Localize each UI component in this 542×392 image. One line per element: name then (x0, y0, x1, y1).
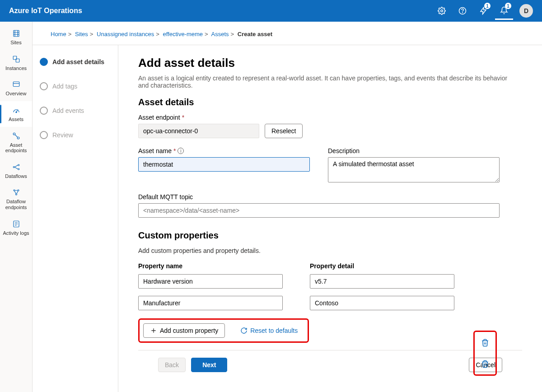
feedback-icon[interactable]: 1 (474, 2, 492, 20)
mqtt-label: Default MQTT topic (138, 193, 500, 201)
nav-label: Dataflow endpoints (1, 199, 31, 210)
dataflow-endpoints-icon (1, 187, 31, 198)
instances-icon (1, 54, 31, 65)
nav-label: Instances (1, 65, 31, 71)
highlight-annotation: Add custom property Reset to defaults (138, 318, 309, 343)
overview-icon (1, 79, 31, 90)
nav-label: Dataflows (1, 173, 31, 179)
nav-dataflow-endpoints[interactable]: Dataflow endpoints (0, 183, 32, 215)
crumb-sites[interactable]: Sites (75, 31, 88, 37)
step-review[interactable]: Review (40, 131, 111, 139)
svg-point-0 (441, 10, 443, 12)
nav-label: Activity logs (1, 230, 31, 236)
plus-icon (150, 327, 157, 334)
custom-sub: Add custom properties and property detai… (138, 247, 522, 254)
page-intro: An asset is a logical entity created to … (138, 75, 509, 89)
nav-activity-logs[interactable]: Activity logs (0, 215, 32, 241)
nav-label: Assets (1, 117, 31, 122)
notifications-icon[interactable]: 1 (495, 2, 513, 20)
breadcrumb: Home> Sites> Unassigned instances> effec… (33, 22, 542, 45)
crumb-instance[interactable]: effective-meme (163, 31, 203, 37)
nav-label: Asset endpoints (1, 142, 31, 154)
svg-point-12 (18, 168, 19, 170)
activity-logs-icon (1, 219, 31, 229)
property-name-input[interactable] (138, 296, 283, 310)
mqtt-input[interactable] (138, 203, 500, 218)
step-label: Review (52, 131, 73, 139)
svg-point-13 (14, 190, 15, 191)
add-custom-button[interactable]: Add custom property (143, 323, 225, 338)
details-heading: Asset details (138, 97, 522, 107)
back-button: Back (158, 358, 186, 372)
nav-label: Overview (1, 91, 31, 97)
sites-icon (1, 28, 31, 39)
refresh-icon (240, 327, 248, 334)
crumb-assets[interactable]: Assets (211, 31, 229, 37)
svg-point-11 (18, 164, 19, 166)
settings-icon[interactable] (433, 2, 451, 20)
step-add-tags[interactable]: Add tags (40, 82, 111, 90)
crumb-unassigned[interactable]: Unassigned instances (97, 31, 154, 37)
step-label: Add events (52, 107, 84, 114)
crumb-current: Create asset (238, 31, 272, 37)
endpoint-label: Asset endpoint* (138, 114, 522, 121)
description-input[interactable]: A simulated thermostat asset (328, 157, 500, 182)
next-button[interactable]: Next (191, 358, 227, 372)
left-nav: Sites Instances Overview Assets Asset en… (0, 22, 33, 392)
step-circle-icon (40, 58, 48, 66)
delete-property-button[interactable] (479, 337, 491, 349)
asset-endpoints-icon (1, 131, 31, 141)
svg-rect-3 (14, 30, 19, 37)
nav-asset-endpoints[interactable]: Asset endpoints (0, 127, 32, 158)
reselect-button[interactable]: Reselect (265, 124, 303, 138)
custom-heading: Custom properties (138, 230, 522, 241)
svg-point-10 (13, 166, 14, 168)
svg-point-14 (18, 190, 19, 191)
step-add-events[interactable]: Add events (40, 107, 111, 115)
app-header: Azure IoT Operations 1 1 D (0, 0, 542, 22)
asset-name-input[interactable] (138, 157, 310, 172)
notifications-badge: 1 (505, 3, 511, 9)
avatar[interactable]: D (519, 4, 533, 18)
crumb-home[interactable]: Home (51, 31, 66, 37)
svg-point-2 (463, 12, 463, 13)
property-row (138, 296, 472, 310)
propname-header: Property name (138, 262, 283, 270)
nav-label: Sites (1, 40, 31, 46)
asset-name-label: Asset name* i (138, 147, 310, 154)
nav-assets[interactable]: Assets (0, 101, 32, 127)
step-asset-details[interactable]: Add asset details (40, 58, 111, 66)
nav-dataflows[interactable]: Dataflows (0, 158, 32, 184)
help-icon[interactable] (453, 2, 472, 20)
property-name-input[interactable] (138, 274, 283, 289)
step-circle-icon (40, 82, 48, 90)
reset-defaults-button[interactable]: Reset to defaults (234, 323, 304, 338)
page-title: Add asset details (138, 56, 522, 70)
wizard-steps: Add asset details Add tags Add events Re… (33, 45, 118, 392)
property-detail-input[interactable] (310, 296, 454, 310)
description-label: Description (328, 147, 500, 154)
property-row (138, 274, 472, 289)
step-label: Add asset details (52, 58, 104, 65)
nav-instances[interactable]: Instances (0, 50, 32, 76)
form-pane: Add asset details An asset is a logical … (118, 45, 542, 392)
endpoint-field (138, 124, 259, 138)
svg-rect-6 (13, 82, 19, 87)
svg-point-15 (15, 194, 17, 195)
nav-sites[interactable]: Sites (0, 24, 32, 50)
assets-icon (1, 105, 31, 116)
step-circle-icon (40, 107, 48, 115)
dataflows-icon (1, 162, 31, 173)
propdetail-header: Property detail (310, 262, 454, 270)
brand-title: Azure IoT Operations (9, 7, 433, 15)
highlight-annotation (473, 331, 497, 376)
step-circle-icon (40, 131, 48, 139)
step-label: Add tags (52, 83, 77, 90)
delete-property-button[interactable] (479, 358, 491, 370)
info-icon[interactable]: i (178, 148, 184, 154)
property-detail-input[interactable] (310, 274, 454, 289)
nav-overview[interactable]: Overview (0, 75, 32, 101)
feedback-badge: 1 (484, 3, 491, 9)
